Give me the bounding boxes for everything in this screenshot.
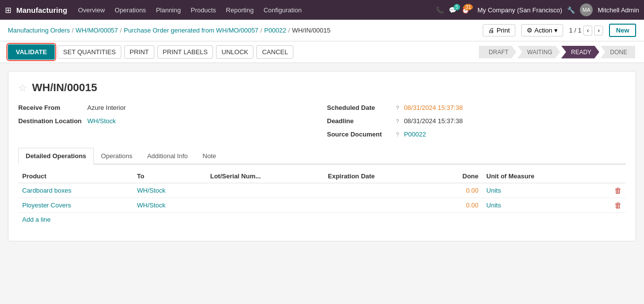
cancel-button[interactable]: CANCEL	[256, 45, 293, 59]
breadcrumb-current: WH/IN/00015	[292, 27, 330, 34]
units-row1: Units	[482, 183, 595, 198]
nav-item-overview[interactable]: Overview	[74, 4, 108, 16]
phone-icon: 📞	[436, 6, 444, 14]
chat-icon-wrap[interactable]: 💬 5	[449, 6, 457, 14]
breadcrumb-bar: Manufacturing Orders / WH/MO/00057 / Pur…	[0, 20, 644, 41]
record-title: WH/IN/00015	[32, 81, 97, 94]
tab-note[interactable]: Note	[195, 148, 223, 165]
expiration-row1	[324, 183, 434, 198]
delete-row1[interactable]: 🗑	[595, 183, 626, 198]
scheduled-date-field: Scheduled Date ? 08/31/2024 15:37:38	[327, 104, 626, 111]
next-button[interactable]: ›	[594, 26, 603, 35]
destination-field: Destination Location WH/Stock	[18, 117, 317, 125]
lot-serial-row2	[206, 198, 324, 213]
breadcrumb-p00022[interactable]: P00022	[264, 27, 286, 34]
receive-from-value: Azure Interior	[87, 104, 126, 111]
units-row2: Units	[482, 198, 595, 213]
source-doc-label: Source Document	[327, 131, 391, 138]
done-row1[interactable]: 0.00	[434, 183, 483, 198]
operations-table: Product To Lot/Serial Num... Expiration …	[18, 169, 626, 213]
set-quantities-button[interactable]: SET QUANTITIES	[58, 45, 121, 59]
scheduled-date-help: ?	[396, 105, 399, 111]
print-button[interactable]: 🖨 Print	[483, 24, 515, 36]
nav-icons: 📞 💬 5 ⏰ 31 My Company (San Francisco) 🔧 …	[436, 3, 639, 16]
chevron-down-icon: ▾	[554, 27, 558, 34]
source-doc-value[interactable]: P00022	[404, 131, 426, 138]
print-toolbar-button[interactable]: PRINT	[124, 45, 154, 59]
done-row2[interactable]: 0.00	[434, 198, 483, 213]
destination-value[interactable]: WH/Stock	[87, 117, 116, 125]
user-name: Mitchell Admin	[598, 6, 639, 14]
table-row: Ployester Covers WH/Stock 0.00 Units 🗑	[18, 198, 626, 213]
col-to: To	[133, 169, 206, 183]
breadcrumb-sep-4: /	[288, 27, 290, 34]
breadcrumb-sep-3: /	[260, 27, 262, 34]
phone-icon-wrap[interactable]: 📞	[436, 6, 444, 14]
nav-item-products[interactable]: Products	[187, 4, 220, 16]
scheduled-date-label: Scheduled Date	[327, 104, 391, 111]
nav-item-configuration[interactable]: Configuration	[259, 4, 305, 16]
record-header: ☆ WH/IN/00015	[18, 81, 626, 94]
tab-detailed-operations[interactable]: Detailed Operations	[18, 148, 94, 165]
col-actions	[595, 169, 626, 183]
add-line-button[interactable]: Add a line	[18, 213, 55, 226]
tabs: Detailed Operations Operations Additiona…	[18, 148, 626, 165]
new-button[interactable]: New	[609, 24, 636, 37]
breadcrumb-sep-2: /	[120, 27, 122, 34]
wrench-icon[interactable]: 🔧	[567, 6, 575, 14]
activity-badge: 31	[464, 4, 473, 10]
company-name: My Company (San Francisco)	[477, 6, 562, 14]
app-grid-icon[interactable]: ⊞	[5, 5, 11, 15]
col-lot-serial: Lot/Serial Num...	[206, 169, 324, 183]
source-doc-field: Source Document ? P00022	[327, 131, 626, 138]
delete-row2[interactable]: 🗑	[595, 198, 626, 213]
deadline-value: 08/31/2024 15:37:38	[404, 117, 463, 125]
deadline-help: ?	[396, 118, 399, 124]
nav-item-planning[interactable]: Planning	[152, 4, 185, 16]
action-button[interactable]: ⚙ Action ▾	[521, 24, 563, 36]
gear-icon: ⚙	[527, 27, 533, 34]
product-ployester-covers[interactable]: Ployester Covers	[22, 202, 71, 209]
status-bar: DRAFT WAITING READY DONE	[479, 46, 636, 59]
nav-item-operations[interactable]: Operations	[111, 4, 150, 16]
scheduled-date-value: 08/31/2024 15:37:38	[404, 104, 463, 111]
favorite-star-icon[interactable]: ☆	[18, 82, 27, 94]
deadline-label: Deadline	[327, 117, 391, 125]
to-wh-stock-row2[interactable]: WH/Stock	[137, 202, 166, 209]
validate-button[interactable]: VALIDATE	[8, 44, 55, 60]
avatar[interactable]: MA	[580, 3, 593, 16]
to-wh-stock-row1[interactable]: WH/Stock	[137, 187, 166, 194]
breadcrumb-po[interactable]: Purchase Order generated from WH/MO/0005…	[124, 27, 258, 34]
destination-label: Destination Location	[18, 117, 82, 125]
breadcrumb: Manufacturing Orders / WH/MO/00057 / Pur…	[8, 27, 330, 34]
nav-item-reporting[interactable]: Reporting	[222, 4, 257, 16]
activity-icon-wrap[interactable]: ⏰ 31	[462, 6, 469, 14]
receive-from-field: Receive From Azure Interior	[18, 104, 317, 111]
col-expiration: Expiration Date	[324, 169, 434, 183]
lot-serial-row1	[206, 183, 324, 198]
col-product: Product	[18, 169, 133, 183]
breadcrumb-manufacturing-orders[interactable]: Manufacturing Orders	[8, 27, 70, 34]
source-doc-help: ?	[396, 132, 399, 137]
tab-content-detailed-operations: Product To Lot/Serial Num... Expiration …	[18, 165, 626, 231]
prev-button[interactable]: ‹	[583, 26, 592, 35]
col-done: Done	[434, 169, 483, 183]
breadcrumb-sep-1: /	[72, 27, 74, 34]
tab-operations[interactable]: Operations	[94, 148, 140, 165]
breadcrumb-mo-00057[interactable]: WH/MO/00057	[75, 27, 118, 34]
print-labels-button[interactable]: PRINT LABELS	[157, 45, 214, 59]
tab-additional-info[interactable]: Additional Info	[140, 148, 195, 165]
status-waiting: WAITING	[517, 46, 560, 59]
app-name: Manufacturing	[16, 6, 67, 14]
pagination: 1 / 1 ‹ ›	[569, 26, 603, 35]
expiration-row2	[324, 198, 434, 213]
status-draft: DRAFT	[479, 46, 516, 59]
printer-icon: 🖨	[488, 27, 495, 34]
toolbar: VALIDATE SET QUANTITIES PRINT PRINT LABE…	[0, 41, 644, 63]
top-navigation: ⊞ Manufacturing Overview Operations Plan…	[0, 0, 644, 20]
chat-badge: 5	[454, 4, 461, 10]
product-cardboard-boxes[interactable]: Cardboard boxes	[22, 187, 72, 194]
unlock-button[interactable]: UNLOCK	[216, 45, 253, 59]
record-card: ☆ WH/IN/00015 Receive From Azure Interio…	[8, 71, 636, 241]
deadline-field: Deadline ? 08/31/2024 15:37:38	[327, 117, 626, 125]
